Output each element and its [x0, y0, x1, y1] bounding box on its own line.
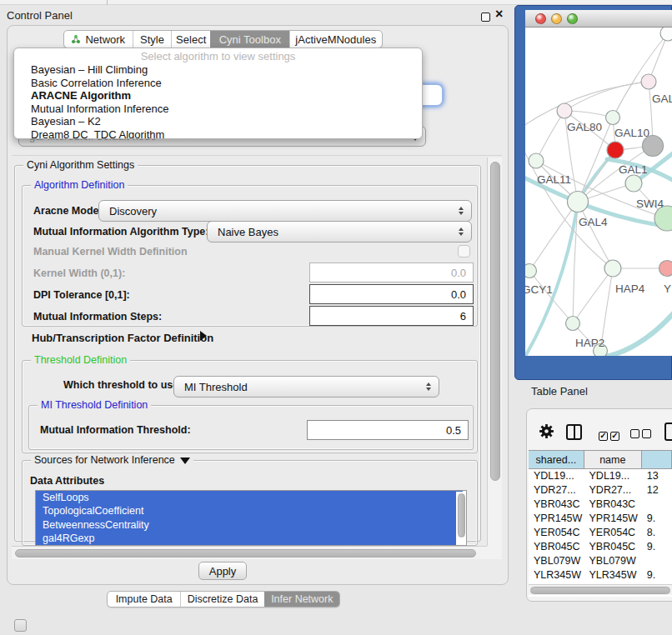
- network-canvas[interactable]: GAL80GAL10GAL1GAL11SWI4GAL4GCY1HAP4YHAP2…: [525, 28, 672, 356]
- table-cell: 9.: [642, 568, 672, 582]
- mi-threshold-field[interactable]: 0.5: [307, 420, 469, 440]
- node-label: GAL11: [537, 173, 571, 186]
- settings-vertical-scrollbar[interactable]: [487, 158, 502, 546]
- algorithm-popup-hint: Select algorithm to view settings: [14, 50, 422, 63]
- algorithm-option[interactable]: ARACNE Algorithm: [14, 89, 422, 102]
- table-cell: YDL19...: [584, 469, 642, 483]
- expand-hub-section-icon[interactable]: [200, 331, 207, 341]
- table-column-header[interactable]: [642, 450, 672, 469]
- collapsed-panel-icon[interactable]: [14, 619, 27, 632]
- table-cell: YLR345W: [584, 568, 642, 582]
- table-column-header[interactable]: name: [584, 450, 642, 469]
- select-all-columns-icon[interactable]: ✓✓: [599, 427, 619, 442]
- inference-algorithm-select-fragment[interactable]: [421, 84, 443, 106]
- network-node[interactable]: [660, 28, 672, 41]
- tab-discretize-data[interactable]: Discretize Data: [180, 592, 263, 607]
- node-label: SWI4: [636, 198, 664, 210]
- dpi-tolerance-field[interactable]: 0.0: [309, 284, 474, 304]
- network-node-gal4[interactable]: [568, 192, 589, 212]
- deselect-all-columns-icon[interactable]: [630, 427, 651, 442]
- table-cell: YBR043C: [529, 498, 584, 512]
- algorithm-option[interactable]: Mutual Information Inference: [14, 102, 422, 116]
- float-panel-icon[interactable]: [481, 12, 490, 22]
- which-threshold-select[interactable]: MI Threshold: [173, 376, 439, 398]
- table-row[interactable]: YDR27...YDR27...12: [529, 483, 672, 498]
- clipped-toolbar-icon[interactable]: [664, 422, 672, 441]
- data-attribute-item[interactable]: gal4RGexp: [36, 532, 463, 545]
- node-label: GAL: [652, 92, 672, 105]
- close-panel-icon[interactable]: ×: [495, 7, 503, 22]
- network-node-gcy1[interactable]: [525, 264, 537, 278]
- network-node-gal80[interactable]: [557, 103, 572, 118]
- node-label: Y: [664, 282, 671, 295]
- split-table-view-icon[interactable]: [566, 424, 582, 440]
- tab-impute-data[interactable]: Impute Data: [108, 592, 180, 607]
- stepper-icon: [459, 228, 464, 236]
- data-attribute-item[interactable]: BetweennessCentrality: [36, 518, 463, 532]
- aracne-mode-select[interactable]: Discovery: [98, 200, 472, 222]
- algorithm-option[interactable]: Dream8 DC_TDC Algorithm: [14, 128, 422, 139]
- table-cell: YBL079W: [584, 554, 642, 568]
- network-node-gal10[interactable]: [606, 111, 620, 125]
- mi-steps-field[interactable]: 6: [309, 306, 474, 326]
- manual-kernel-checkbox[interactable]: [458, 245, 470, 258]
- data-attributes-list: SelfLoopsTopologicalCoefficientBetweenne…: [35, 490, 467, 546]
- table-column-header[interactable]: shared...: [529, 450, 584, 469]
- kernel-width-field[interactable]: 0.0: [309, 262, 474, 282]
- tab-label: Impute Data: [116, 593, 173, 605]
- settings-vertical-scrollbar-thumb[interactable]: [490, 162, 500, 481]
- tab-label: Select: [176, 33, 206, 46]
- data-attribute-item[interactable]: SelfLoops: [36, 491, 463, 504]
- table-row[interactable]: YBR043CYBR043C: [529, 498, 672, 512]
- data-attribute-item[interactable]: TopologicalCoefficient: [36, 504, 463, 518]
- table-row[interactable]: YPR145WYPR145W9.: [529, 512, 672, 526]
- node-label: GCY1: [525, 283, 553, 296]
- table-horizontal-scrollbar[interactable]: [529, 584, 672, 595]
- network-node-swi4[interactable]: [625, 175, 642, 192]
- table-settings-gear-icon[interactable]: [539, 423, 554, 442]
- node-label: HAP2: [575, 337, 604, 349]
- window-close-button[interactable]: [535, 13, 546, 24]
- mi-steps-label: Mutual Information Steps:: [33, 311, 162, 322]
- table-cell: YLR345W: [529, 568, 584, 582]
- tab-select[interactable]: Select: [171, 31, 210, 48]
- network-node-gal1[interactable]: [607, 142, 624, 158]
- tab-jactivemnodules[interactable]: jActiveMNodules: [289, 31, 382, 48]
- table-row[interactable]: YBR045CYBR045C9.: [529, 540, 672, 554]
- table-horizontal-scrollbar-thumb[interactable]: [530, 587, 670, 594]
- tab-label: Style: [140, 33, 164, 46]
- application-window: Control Panel × NetworkStyleSelectCyni T…: [0, 0, 672, 635]
- network-window-titlebar[interactable]: [525, 10, 672, 28]
- apply-button[interactable]: Apply: [198, 562, 247, 580]
- table-row[interactable]: YLR345WYLR345W9.: [529, 568, 672, 582]
- settings-horizontal-scrollbar[interactable]: [12, 546, 487, 559]
- table-cell: [642, 498, 672, 512]
- tab-network[interactable]: Network: [64, 31, 133, 48]
- algorithm-dropdown-popup: Select algorithm to view settings Bayesi…: [13, 48, 423, 139]
- table-row[interactable]: YER054CYER054C8.: [529, 526, 672, 540]
- stepper-icon: [459, 207, 464, 215]
- table-row[interactable]: YDL19...YDL19...13: [529, 469, 672, 483]
- window-zoom-button[interactable]: [567, 13, 578, 24]
- table-cell: YPR145W: [529, 512, 584, 526]
- network-edge: [529, 271, 573, 323]
- algorithm-option[interactable]: Bayesian – Hill Climbing: [14, 63, 422, 77]
- network-node-y[interactable]: [659, 261, 672, 277]
- table-row[interactable]: YBL079WYBL079W: [529, 554, 672, 568]
- tab-infer-network[interactable]: Infer Network: [264, 592, 339, 607]
- mi-type-select[interactable]: Naive Bayes: [207, 221, 472, 242]
- tab-style[interactable]: Style: [133, 31, 172, 48]
- attributes-list-scrollbar[interactable]: [456, 492, 467, 546]
- window-minimize-button[interactable]: [551, 13, 562, 24]
- tab-cyni-toolbox[interactable]: Cyni Toolbox: [210, 31, 289, 48]
- network-node-gal11[interactable]: [529, 153, 544, 168]
- algorithm-option[interactable]: Bayesian – K2: [14, 115, 422, 128]
- network-node[interactable]: [641, 74, 656, 89]
- algorithm-option[interactable]: Basic Correlation Inference: [14, 77, 422, 90]
- network-node-hap4[interactable]: [604, 260, 621, 277]
- settings-horizontal-scrollbar-thumb[interactable]: [15, 549, 476, 558]
- table-cell: YER054C: [584, 526, 642, 540]
- network-node-hap2[interactable]: [566, 317, 580, 331]
- sources-group-label[interactable]: Sources for Network Inference: [31, 454, 193, 466]
- collapse-sources-icon[interactable]: [180, 458, 190, 464]
